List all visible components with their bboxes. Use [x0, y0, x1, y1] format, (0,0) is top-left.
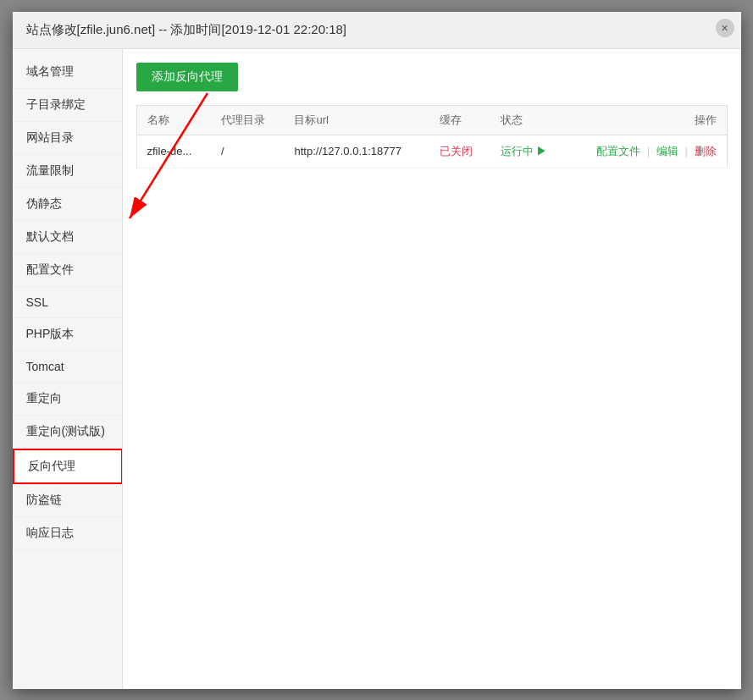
cache-status: 已关闭 — [440, 145, 473, 157]
sidebar-item-subdir[interactable]: 子目录绑定 — [13, 89, 122, 122]
sidebar-item-phpversion[interactable]: PHP版本 — [13, 318, 122, 351]
close-button[interactable]: × — [716, 19, 734, 37]
col-actions: 操作 — [567, 105, 727, 135]
sidebar-item-defaultdoc[interactable]: 默认文档 — [13, 221, 122, 254]
sidebar-item-redirecttest[interactable]: 重定向(测试版) — [13, 416, 122, 449]
add-proxy-button[interactable]: 添加反向代理 — [136, 63, 238, 91]
sidebar-item-traffic[interactable]: 流量限制 — [13, 155, 122, 188]
action-delete[interactable]: 删除 — [695, 145, 717, 157]
proxy-table: 名称 代理目录 目标url 缓存 状态 操作 zfile-de... / htt… — [136, 105, 728, 168]
sidebar-item-redirect[interactable]: 重定向 — [13, 383, 122, 416]
sidebar-item-reverseproxy[interactable]: 反向代理 — [13, 449, 122, 484]
table-row: zfile-de... / http://127.0.0.1:18777 已关闭… — [136, 135, 727, 168]
cell-proxydir: / — [211, 135, 285, 168]
col-proxydir: 代理目录 — [211, 105, 285, 135]
sidebar-item-domain[interactable]: 域名管理 — [13, 56, 122, 89]
modal-body: 域名管理 子目录绑定 网站目录 流量限制 伪静态 默认文档 配置文件 SSL — [13, 49, 741, 689]
modal-title: 站点修改[zfile.jun6.net] -- 添加时间[2019-12-01 … — [26, 22, 347, 36]
cell-cache: 已关闭 — [429, 135, 490, 168]
sep2: | — [684, 145, 687, 157]
modal: 站点修改[zfile.jun6.net] -- 添加时间[2019-12-01 … — [13, 12, 741, 689]
action-edit[interactable]: 编辑 — [656, 145, 678, 157]
sidebar-item-webdir[interactable]: 网站目录 — [13, 122, 122, 155]
play-icon: ▶ — [536, 145, 547, 157]
sidebar-item-pseudostatic[interactable]: 伪静态 — [13, 188, 122, 221]
col-status: 状态 — [490, 105, 568, 135]
modal-header: 站点修改[zfile.jun6.net] -- 添加时间[2019-12-01 … — [13, 12, 741, 49]
sidebar: 域名管理 子目录绑定 网站目录 流量限制 伪静态 默认文档 配置文件 SSL — [13, 49, 123, 689]
sep1: | — [647, 145, 650, 157]
cell-name: zfile-de... — [136, 135, 211, 168]
content-area: 添加反向代理 名称 代理目录 目标url 缓存 状态 操作 zfile-de..… — [123, 49, 741, 689]
cell-status: 运行中 ▶ — [490, 135, 568, 168]
cell-actions: 配置文件 | 编辑 | 删除 — [567, 135, 727, 168]
sidebar-item-configfile[interactable]: 配置文件 — [13, 254, 122, 287]
sidebar-item-accesslog[interactable]: 响应日志 — [13, 517, 122, 550]
col-cache: 缓存 — [429, 105, 490, 135]
run-status: 运行中 ▶ — [501, 145, 548, 157]
table-header-row: 名称 代理目录 目标url 缓存 状态 操作 — [136, 105, 727, 135]
sidebar-item-ssl[interactable]: SSL — [13, 287, 122, 318]
col-targeturl: 目标url — [284, 105, 429, 135]
cell-targeturl: http://127.0.0.1:18777 — [284, 135, 429, 168]
col-name: 名称 — [136, 105, 211, 135]
action-configfile[interactable]: 配置文件 — [596, 145, 640, 157]
sidebar-item-hotlink[interactable]: 防盗链 — [13, 484, 122, 517]
sidebar-item-tomcat[interactable]: Tomcat — [13, 351, 122, 383]
